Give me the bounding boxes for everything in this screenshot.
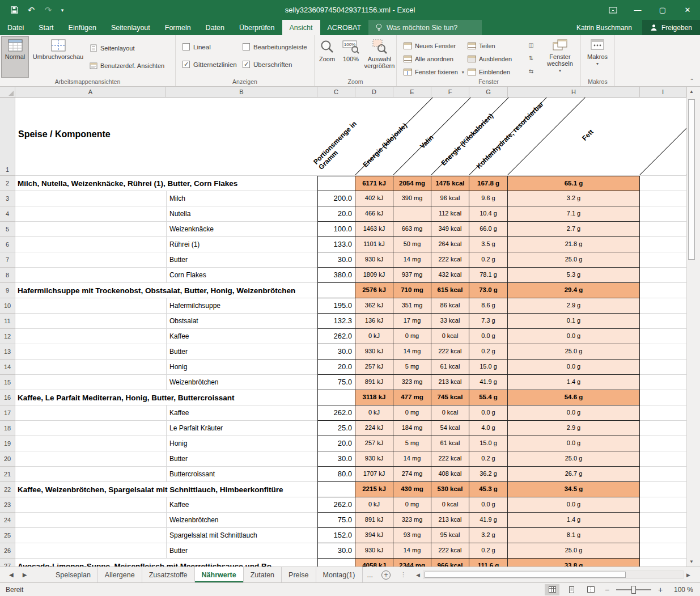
carbs-cell[interactable]: 41.9 g	[469, 375, 508, 390]
portion-cell[interactable]	[317, 559, 355, 567]
energy-kcal-cell[interactable]: 213 kcal	[431, 513, 469, 528]
empty-cell[interactable]	[640, 375, 686, 390]
energy-kj-cell[interactable]: 2576 kJ	[355, 283, 393, 298]
add-sheet-button[interactable]: +	[377, 567, 394, 582]
carbs-cell[interactable]: 111.6 g	[469, 559, 508, 567]
energy-kj-cell[interactable]: 4058 kJ	[355, 559, 393, 567]
horizontal-scrollbar-thumb[interactable]	[425, 572, 626, 578]
sheet-tab-montag-1-[interactable]: Montag(1)	[316, 567, 363, 582]
portion-cell[interactable]: 100.0	[317, 222, 355, 237]
empty-cell[interactable]	[640, 467, 686, 482]
custom-views-button[interactable]: Benutzerdef. Ansichten	[90, 60, 164, 71]
energy-kj-cell[interactable]: 930 kJ	[355, 252, 393, 268]
row-header-19[interactable]: 19	[0, 436, 15, 451]
zoom-out-icon[interactable]: −	[603, 585, 612, 594]
empty-cell[interactable]	[640, 329, 686, 344]
row-header-8[interactable]: 8	[0, 268, 15, 283]
share-button[interactable]: Freigeben	[642, 20, 700, 35]
carbs-cell[interactable]: 3.5 g	[469, 237, 508, 252]
empty-cell[interactable]	[640, 543, 686, 559]
portion-cell[interactable]: 80.0	[317, 467, 355, 482]
dish-label-cell[interactable]: Butter	[15, 451, 317, 467]
portion-cell[interactable]: 262.0	[317, 329, 355, 344]
valin-cell[interactable]: 50 mg	[393, 237, 431, 252]
zoom-100-button[interactable]: 100% 100%	[340, 37, 362, 77]
valin-cell[interactable]: 323 mg	[393, 375, 431, 390]
fat-cell[interactable]: 25.0 g	[508, 543, 640, 559]
fat-cell[interactable]: 0.0 g	[508, 436, 640, 451]
energy-kj-cell[interactable]: 466 kJ	[355, 206, 393, 222]
energy-kj-cell[interactable]: 891 kJ	[355, 513, 393, 528]
zoom-slider[interactable]	[616, 589, 651, 590]
energy-kj-cell[interactable]: 224 kJ	[355, 421, 393, 436]
valin-cell[interactable]: 17 mg	[393, 314, 431, 329]
energy-kcal-cell[interactable]: 222 kcal	[431, 451, 469, 467]
scroll-left-icon[interactable]: ◀	[413, 572, 423, 578]
portion-cell[interactable]: 133.0	[317, 237, 355, 252]
valin-cell[interactable]: 5 mg	[393, 436, 431, 451]
energy-kcal-cell[interactable]: 349 kcal	[431, 222, 469, 237]
row-header-15[interactable]: 15	[0, 375, 15, 390]
menu-tab-acrobat[interactable]: ACROBAT	[320, 20, 369, 35]
energy-kj-cell[interactable]: 0 kJ	[355, 497, 393, 513]
fat-cell[interactable]: 2.9 g	[508, 421, 640, 436]
energy-kj-cell[interactable]: 1101 kJ	[355, 237, 393, 252]
energy-kcal-cell[interactable]: 408 kcal	[431, 467, 469, 482]
empty-cell[interactable]	[640, 528, 686, 543]
checkbox-bearbeitungsleiste[interactable]: Bearbeitungsleiste	[243, 43, 307, 50]
dish-label-cell[interactable]: Corn Flakes	[15, 268, 317, 283]
portion-cell[interactable]	[317, 482, 355, 497]
row-header-16[interactable]: 16	[0, 390, 15, 405]
column-header-C[interactable]: C	[317, 87, 355, 97]
collapse-ribbon-icon[interactable]: ⌃	[690, 78, 694, 84]
menu-tab--berpr-fen[interactable]: Überprüfen	[232, 20, 282, 35]
row-header-10[interactable]: 10	[0, 298, 15, 314]
energy-kj-cell[interactable]: 930 kJ	[355, 344, 393, 360]
reset-window-position-icon[interactable]: ⇆	[526, 66, 536, 75]
portion-cell[interactable]: 30.0	[317, 344, 355, 360]
valin-cell[interactable]: 5 mg	[393, 360, 431, 375]
carbs-cell[interactable]: 3.2 g	[469, 528, 508, 543]
valin-cell[interactable]: 430 mg	[393, 482, 431, 497]
row-header-27[interactable]: 27	[0, 559, 15, 567]
empty-cell[interactable]	[640, 237, 686, 252]
dish-label-cell[interactable]: Butter	[15, 344, 317, 360]
energy-kcal-cell[interactable]: 0 kcal	[431, 329, 469, 344]
dish-label-cell[interactable]: Rührei (1)	[15, 237, 317, 252]
valin-cell[interactable]: 0 mg	[393, 329, 431, 344]
empty-cell[interactable]	[640, 252, 686, 268]
valin-cell[interactable]: 477 mg	[393, 390, 431, 405]
valin-cell[interactable]: 2344 mg	[393, 559, 431, 567]
zoom-in-icon[interactable]: +	[656, 585, 665, 594]
row-header-25[interactable]: 25	[0, 528, 15, 543]
row-header-5[interactable]: 5	[0, 222, 15, 237]
carbs-cell[interactable]: 0.2 g	[469, 252, 508, 268]
energy-kcal-cell[interactable]: 530 kcal	[431, 482, 469, 497]
sheet-tab-nährwerte[interactable]: Nährwerte	[195, 567, 244, 582]
dish-label-cell[interactable]: Weizenknäcke	[15, 222, 317, 237]
row-header-20[interactable]: 20	[0, 451, 15, 467]
fat-cell[interactable]: 29.4 g	[508, 283, 640, 298]
carbs-cell[interactable]: 73.0 g	[469, 283, 508, 298]
sheet-tab-zutaten[interactable]: Zutaten	[244, 567, 282, 582]
energy-kj-cell[interactable]: 930 kJ	[355, 543, 393, 559]
fat-cell[interactable]: 21.8 g	[508, 237, 640, 252]
checkbox-lineal[interactable]: Lineal	[183, 43, 211, 50]
empty-cell[interactable]	[640, 436, 686, 451]
page-layout-button[interactable]: Seitenlayout	[90, 43, 135, 54]
carbs-cell[interactable]: 0.0 g	[469, 405, 508, 421]
row-header-1[interactable]: 1	[0, 98, 15, 176]
valin-cell[interactable]: 274 mg	[393, 467, 431, 482]
dish-label-cell[interactable]: Butter	[15, 252, 317, 268]
portion-cell[interactable]: 20.0	[317, 436, 355, 451]
energy-kcal-cell[interactable]: 95 kcal	[431, 528, 469, 543]
energy-kj-cell[interactable]: 257 kJ	[355, 360, 393, 375]
empty-cell[interactable]	[640, 421, 686, 436]
scroll-up-icon[interactable]: ▲	[687, 87, 696, 96]
hide-button[interactable]: Ausblenden	[468, 53, 512, 65]
energy-kcal-cell[interactable]: 222 kcal	[431, 543, 469, 559]
rotated-header-fat[interactable]: Fett	[580, 128, 595, 142]
row-header-24[interactable]: 24	[0, 513, 15, 528]
valin-cell[interactable]: 323 mg	[393, 513, 431, 528]
rotated-header-energy-kj[interactable]: Energie (kilojoule)	[362, 121, 409, 168]
